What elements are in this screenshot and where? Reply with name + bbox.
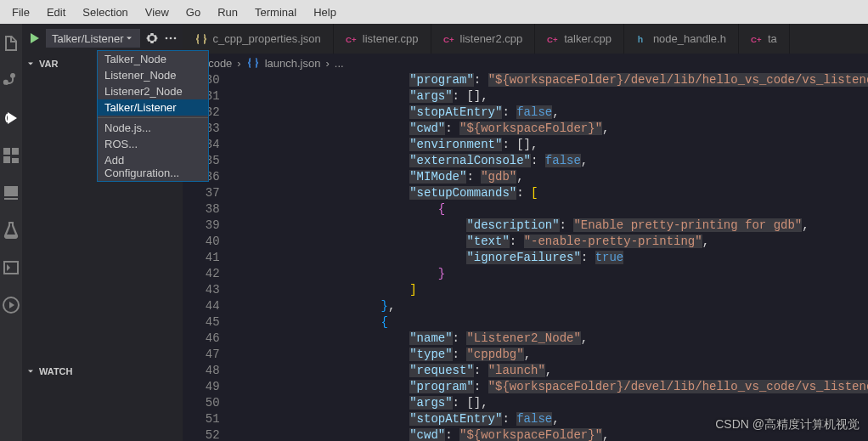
code-line[interactable]: "args": [], xyxy=(239,395,868,411)
svg-point-1 xyxy=(165,37,167,40)
editor-tab[interactable]: hnode_handle.h xyxy=(624,24,739,54)
code-line[interactable]: { xyxy=(239,201,868,218)
source-control-icon[interactable] xyxy=(0,70,22,92)
code-line[interactable]: "environment": [], xyxy=(239,137,868,153)
editor-tab[interactable]: C+talker.cpp xyxy=(535,24,624,54)
cpp-file-icon: C+ xyxy=(547,33,559,45)
code-line[interactable]: "name": "Listener2_Node", xyxy=(239,331,868,347)
cpp-file-icon: C+ xyxy=(346,33,358,45)
code-line[interactable]: }, xyxy=(239,298,868,314)
tab-label: listener2.cpp xyxy=(460,32,523,45)
code-line[interactable]: ] xyxy=(239,282,868,298)
tab-label: listener.cpp xyxy=(363,32,419,45)
code-line[interactable]: "stopAtEntry": false, xyxy=(239,105,868,121)
chevron-down-icon xyxy=(25,59,36,69)
breadcrumb-file: launch.json xyxy=(265,57,321,70)
json-file-icon xyxy=(194,32,208,46)
code-line[interactable]: } xyxy=(239,266,868,282)
debug-sidebar: Talker/Listener Talker_NodeListener_Node… xyxy=(22,24,183,441)
config-extra[interactable]: Node.js... xyxy=(98,120,208,136)
editor-tabs: c_cpp_properties.jsonC+listener.cppC+lis… xyxy=(183,24,868,54)
code-line[interactable]: "args": [], xyxy=(239,88,868,105)
svg-point-2 xyxy=(169,37,172,40)
activity-bar xyxy=(0,24,22,441)
debug-config-dropdown: Talker_NodeListener_NodeListener2_NodeTa… xyxy=(97,50,209,182)
menubar: FileEditSelectionViewGoRunTerminalHelp xyxy=(0,0,868,24)
bottom-icon[interactable] xyxy=(0,294,22,316)
section-label: WATCH xyxy=(39,366,73,376)
menu-edit[interactable]: Edit xyxy=(38,3,74,22)
terminal-panel-icon[interactable] xyxy=(0,257,22,279)
code-line[interactable]: "externalConsole": false, xyxy=(239,153,868,169)
code-line[interactable]: "description": "Enable pretty-printing f… xyxy=(239,218,868,234)
editor-tab[interactable]: c_cpp_properties.json xyxy=(183,24,334,54)
code-line[interactable]: "text": "-enable-pretty-printing", xyxy=(239,234,868,250)
section-label: VAR xyxy=(39,59,58,69)
editor-area: c_cpp_properties.jsonC+listener.cppC+lis… xyxy=(183,24,868,441)
more-icon[interactable] xyxy=(164,31,178,45)
code-line[interactable]: "program": "${workspaceFolder}/devel/lib… xyxy=(239,379,868,395)
svg-text:C+: C+ xyxy=(751,34,762,43)
config-option[interactable]: Talker/Listener xyxy=(98,99,208,116)
tab-label: node_handle.h xyxy=(653,32,726,45)
tab-label: ta xyxy=(768,32,777,45)
config-extra[interactable]: Add Configuration... xyxy=(98,152,208,181)
code-line[interactable]: "setupCommands": [ xyxy=(239,185,868,201)
debug-config-label: Talker/Listener xyxy=(52,32,124,45)
menu-help[interactable]: Help xyxy=(305,3,345,22)
svg-point-3 xyxy=(173,37,176,40)
menu-terminal[interactable]: Terminal xyxy=(246,3,305,22)
editor-tab[interactable]: C+listener.cpp xyxy=(334,24,431,54)
editor-tab[interactable]: C+ta xyxy=(739,24,790,54)
code-line[interactable]: "type": "cppdbg", xyxy=(239,347,868,363)
start-debug-icon[interactable] xyxy=(27,31,41,45)
tab-label: talker.cpp xyxy=(564,32,612,45)
code-line[interactable]: "request": "launch", xyxy=(239,363,868,379)
extensions-icon[interactable] xyxy=(0,144,22,167)
gear-icon[interactable] xyxy=(145,31,159,45)
code-line[interactable]: "MIMode": "gdb", xyxy=(239,169,868,185)
remote-icon[interactable] xyxy=(0,182,22,204)
cpp-file-icon: C+ xyxy=(443,33,455,45)
config-extra[interactable]: ROS... xyxy=(98,136,208,152)
cpp-file-icon: C+ xyxy=(751,33,763,45)
code-line[interactable]: { xyxy=(239,314,868,331)
watch-section[interactable]: WATCH xyxy=(22,362,183,381)
code-content[interactable]: "program": "${workspaceFolder}/devel/lib… xyxy=(235,72,868,441)
breadcrumb-ellipsis: ... xyxy=(335,57,344,70)
chevron-down-icon xyxy=(25,366,36,376)
editor-tab[interactable]: C+listener2.cpp xyxy=(431,24,536,54)
menu-selection[interactable]: Selection xyxy=(74,3,136,22)
config-option[interactable]: Listener_Node xyxy=(98,67,208,83)
menu-file[interactable]: File xyxy=(3,3,38,22)
config-option[interactable]: Listener2_Node xyxy=(98,83,208,99)
chevron-right-icon: › xyxy=(237,57,240,70)
json-icon xyxy=(246,56,260,70)
h-file-icon: h xyxy=(636,33,648,45)
code-editor[interactable]: 3031323334353637383940414243444546474849… xyxy=(183,72,868,441)
config-option[interactable]: Talker_Node xyxy=(98,51,208,67)
explorer-icon[interactable] xyxy=(0,32,22,54)
chevron-right-icon: › xyxy=(325,57,329,70)
chevron-down-icon xyxy=(124,33,134,43)
menu-go[interactable]: Go xyxy=(178,3,209,22)
debug-config-select[interactable]: Talker/Listener xyxy=(46,29,140,48)
svg-text:C+: C+ xyxy=(443,34,454,43)
svg-text:C+: C+ xyxy=(346,34,357,43)
menu-view[interactable]: View xyxy=(137,3,178,22)
code-line[interactable]: "cwd": "${workspaceFolder}", xyxy=(239,121,868,137)
debug-toolbar: Talker/Listener xyxy=(22,24,183,53)
code-line[interactable]: "program": "${workspaceFolder}/devel/lib… xyxy=(239,72,868,88)
svg-text:C+: C+ xyxy=(547,34,558,43)
testing-icon[interactable] xyxy=(0,219,22,241)
breadcrumbs[interactable]: .vscode › launch.json › ... xyxy=(183,54,868,72)
menu-run[interactable]: Run xyxy=(209,3,246,22)
tab-label: c_cpp_properties.json xyxy=(213,32,321,45)
code-line[interactable]: "ignoreFailures": true xyxy=(239,250,868,266)
svg-text:h: h xyxy=(638,33,643,43)
run-debug-icon[interactable] xyxy=(0,107,22,129)
watermark: CSDN @高精度计算机视觉 xyxy=(715,417,860,433)
